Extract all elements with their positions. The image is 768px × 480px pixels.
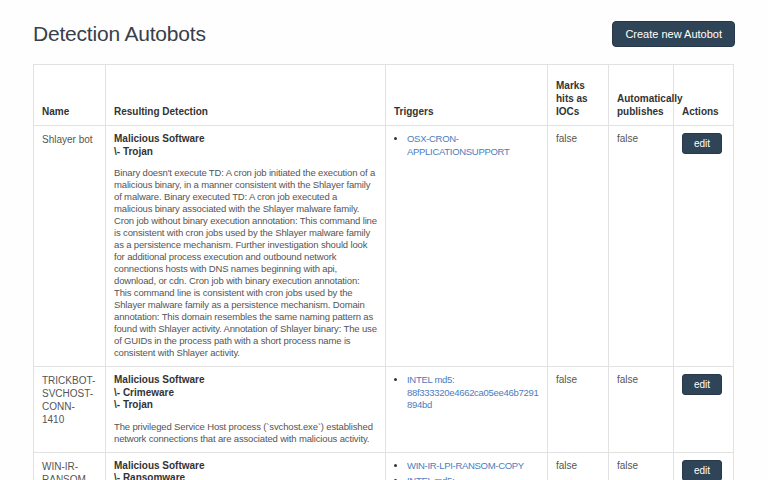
trigger-link[interactable]: WIN-IR-LPI-RANSOM-COPY [407,460,524,471]
detection-subcategory: \- Ransomware [114,472,377,480]
autobot-name: TRICKBOT-SVCHOST-CONN-1410 [34,367,106,453]
trigger-link[interactable]: OSX-CRON-APPLICATIONSUPPORT [407,133,509,157]
detection-path: Malicious Software \- Trojan [114,133,377,158]
trigger-list-item: OSX-CRON-APPLICATIONSUPPORT [407,133,539,158]
page-header: Detection Autobots Create new Autobot [33,21,735,47]
column-header-triggers: Triggers [386,65,548,126]
marks-hits-as-iocs-value: false [548,452,609,480]
trigger-list: OSX-CRON-APPLICATIONSUPPORT [394,133,539,158]
edit-button[interactable]: edit [682,374,722,395]
trigger-list-item: WIN-IR-LPI-RANSOM-COPY [407,460,539,473]
resulting-detection-cell: Malicious Software \- Crimeware \- Troja… [106,367,386,453]
detection-description: The privileged Service Host process (`sv… [114,421,377,445]
resulting-detection-cell: Malicious Software \- Trojan Binary does… [106,126,386,367]
autobot-name: Shlayer bot [34,126,106,367]
table-row: WIN-IR-RANSOM-COPY Malicious Software \-… [34,452,734,480]
actions-cell: edit [674,452,734,480]
trigger-list: WIN-IR-LPI-RANSOM-COPY INTEL md5: 5ce70c… [394,460,539,480]
detection-category: Malicious Software [114,374,377,387]
detection-category: Malicious Software [114,460,377,473]
column-header-resulting-detection: Resulting Detection [106,65,386,126]
table-row: TRICKBOT-SVCHOST-CONN-1410 Malicious Sof… [34,367,734,453]
edit-button[interactable]: edit [682,460,722,480]
page-container: Detection Autobots Create new Autobot Na… [0,21,768,480]
actions-cell: edit [674,126,734,367]
table-header-row: Name Resulting Detection Triggers Marks … [34,65,734,126]
trigger-link[interactable]: INTEL md5: 5ce70c0324852b67d48667b23e711… [407,475,536,480]
triggers-cell: INTEL md5: 88f333320e4662ca05ee46b729189… [386,367,548,453]
automatically-publishes-value: false [609,452,674,480]
marks-hits-as-iocs-value: false [548,126,609,367]
trigger-list-item: INTEL md5: 88f333320e4662ca05ee46b729189… [407,374,539,412]
edit-button[interactable]: edit [682,133,722,154]
automatically-publishes-value: false [609,367,674,453]
trigger-list: INTEL md5: 88f333320e4662ca05ee46b729189… [394,374,539,412]
detection-path: Malicious Software \- Crimeware \- Troja… [114,374,377,412]
detection-subcategory: \- Trojan [114,146,377,159]
detection-path: Malicious Software \- Ransomware [114,460,377,480]
autobots-table: Name Resulting Detection Triggers Marks … [33,64,734,480]
column-header-automatically-publishes: Automatically publishes [609,65,674,126]
marks-hits-as-iocs-value: false [548,367,609,453]
trigger-list-item: INTEL md5: 5ce70c0324852b67d48667b23e711… [407,475,539,480]
table-row: Shlayer bot Malicious Software \- Trojan… [34,126,734,367]
triggers-cell: WIN-IR-LPI-RANSOM-COPY INTEL md5: 5ce70c… [386,452,548,480]
actions-cell: edit [674,367,734,453]
triggers-cell: OSX-CRON-APPLICATIONSUPPORT [386,126,548,367]
column-header-marks-hits-as-iocs: Marks hits as IOCs [548,65,609,126]
detection-subcategory: \- Crimeware [114,387,377,400]
trigger-link[interactable]: INTEL md5: 88f333320e4662ca05ee46b729189… [407,374,538,410]
column-header-name: Name [34,65,106,126]
autobot-name: WIN-IR-RANSOM-COPY [34,452,106,480]
detection-description: Binary doesn't execute TD: A cron job in… [114,167,377,359]
page-title: Detection Autobots [33,22,206,46]
detection-subcategory: \- Trojan [114,399,377,412]
resulting-detection-cell: Malicious Software \- Ransomware `PSexec… [106,452,386,480]
create-autobot-button[interactable]: Create new Autobot [612,21,735,47]
automatically-publishes-value: false [609,126,674,367]
detection-category: Malicious Software [114,133,377,146]
